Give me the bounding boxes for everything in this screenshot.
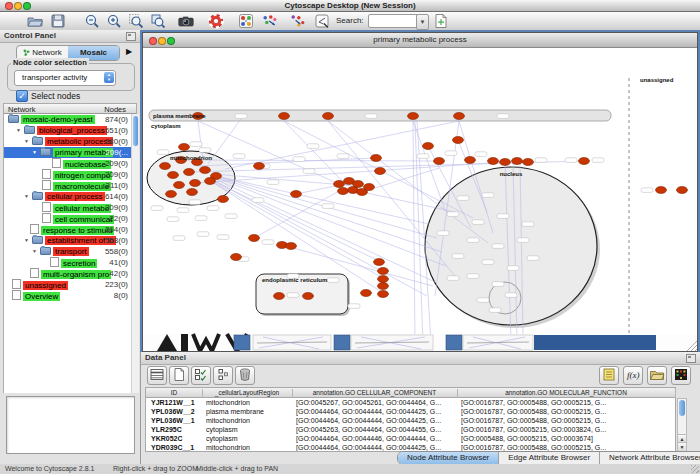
column-header[interactable]: annotation.GO MOLECULAR_FUNCTION: [457, 389, 676, 398]
table-row[interactable]: YPL036W__1mitochondrion[GO:0044464, GO:0…: [146, 416, 675, 425]
tab-node-attribute-browser[interactable]: Node Attribute Browser: [398, 452, 499, 464]
network-canvas[interactable]: plasma membranecytoplasmmitochondrionnuc…: [143, 48, 697, 351]
tree-col-network: Network: [8, 105, 36, 114]
tree-row-label: primary metabo: [53, 148, 113, 157]
table-scrollbar[interactable]: ▲ ▼: [677, 398, 687, 452]
disclosure-arrow-icon[interactable]: ▼: [24, 191, 32, 202]
tree-row[interactable]: secretion41(0): [4, 257, 136, 268]
unselect-attributes-button[interactable]: [213, 366, 233, 385]
zoom-in-button[interactable]: [106, 13, 122, 29]
status-bar: Welcome to Cytoscape 2.8.1 Right-click +…: [0, 464, 700, 474]
tree-row-count: 614(0): [105, 191, 128, 202]
column-header[interactable]: annotation.GO CELLULAR_COMPONENT: [292, 389, 458, 398]
tree-row-label: cellular process: [45, 192, 105, 201]
tree-scrollbar[interactable]: [131, 114, 139, 393]
disclosure-arrow-icon[interactable]: ▼: [32, 246, 40, 257]
tree-row[interactable]: ▼primary metabo209(...: [4, 147, 136, 158]
table-row[interactable]: YPL036W__2plasma membrane[GO:0044464, GO…: [146, 407, 675, 416]
new-attribute-button[interactable]: [169, 366, 189, 385]
table-row[interactable]: YJR121W__1mitochondrion[GO:0045267, GO:0…: [146, 398, 675, 407]
zoom-out-button[interactable]: [84, 13, 100, 29]
birdseye-view[interactable]: [6, 396, 135, 454]
save-session-button[interactable]: [50, 13, 66, 29]
tree-row[interactable]: response to stimulu264(0): [4, 224, 136, 235]
float-panel-icon[interactable]: [686, 354, 696, 363]
tree-row[interactable]: cell communicat22(0): [4, 213, 136, 224]
tree-row-count: 223(0): [105, 279, 128, 290]
file-icon: [42, 180, 51, 190]
tree-row[interactable]: Overview8(0): [4, 290, 136, 301]
delete-attribute-button[interactable]: [235, 366, 255, 385]
tab-network-attribute-browser[interactable]: Network Attribute Browser: [600, 452, 700, 464]
help-button[interactable]: [208, 13, 224, 29]
annotation-button[interactable]: [314, 13, 330, 29]
formula-builder-button[interactable]: f(x): [623, 366, 643, 385]
table-cell: [GO:0044464, GO:0044444, GO:0044425, G..…: [296, 416, 455, 425]
zoom-selected-button[interactable]: [128, 13, 144, 29]
tree-scrollbar-thumb[interactable]: [133, 116, 138, 146]
tree-row[interactable]: ▼cellular process614(0): [4, 191, 136, 202]
zoom-fit-button[interactable]: [150, 13, 166, 29]
dropdown-stepper-icon: ▲▼: [104, 72, 114, 83]
folder-icon: [8, 115, 19, 123]
snapshot-button[interactable]: [178, 13, 200, 29]
matrix-view-button[interactable]: [671, 366, 691, 385]
tree-row[interactable]: ▼establishment of lo558(0): [4, 235, 136, 246]
tab-overflow-icon[interactable]: ▶: [126, 47, 132, 56]
import-attributes-button[interactable]: [647, 366, 667, 385]
window-resize-grip[interactable]: [691, 465, 699, 473]
folder-icon: [40, 247, 51, 255]
disclosure-arrow-icon[interactable]: ▼: [24, 235, 32, 246]
network-window-titlebar[interactable]: primary metabolic process: [143, 33, 697, 48]
table-cell: [GO:0016787, GO:0005215, GO:0003824, G..…: [461, 425, 673, 434]
table-row[interactable]: YLR295Ccytoplasm[GO:0045263, GO:0044464,…: [146, 425, 675, 434]
table-cell: mitochondrion: [206, 416, 290, 425]
table-row[interactable]: YKR052Ccytoplasm[GO:0044464, GO:0044446,…: [146, 434, 675, 443]
vizmapper-button[interactable]: [238, 13, 254, 29]
tree-row[interactable]: cellular metabo209(0): [4, 202, 136, 213]
attribute-table-button[interactable]: [147, 366, 167, 385]
browser-tabs: Node Attribute BrowserEdge Attribute Bro…: [397, 451, 700, 465]
tree-row[interactable]: ▼transport558(0): [4, 246, 136, 257]
layout-regions-button[interactable]: [290, 13, 310, 29]
disclosure-arrow-icon[interactable]: ▼: [32, 147, 40, 158]
tree-row[interactable]: mosaic-demo-yeast874(0): [4, 114, 136, 125]
tree-row[interactable]: unassigned223(0): [4, 279, 136, 290]
disclosure-arrow-icon[interactable]: ▼: [24, 136, 32, 147]
scroll-down-icon[interactable]: ▼: [678, 442, 686, 451]
tree-row[interactable]: nitrogen compo209(0): [4, 169, 136, 180]
region-label: mitochondrion: [170, 155, 212, 161]
tree-row[interactable]: ▼biological_process651(0): [4, 125, 136, 136]
region-label: cytoplasm: [151, 123, 181, 129]
layout-nodes-button[interactable]: [262, 13, 282, 29]
tree-row-count: 280(0): [105, 136, 128, 147]
column-header[interactable]: _cellularLayoutRegion: [202, 389, 293, 398]
tree-row[interactable]: nucleobase-209(0): [4, 158, 136, 169]
tree-row[interactable]: multi-organism pro42(0): [4, 268, 136, 279]
table-header: ID_cellularLayoutRegionannotation.GO CEL…: [145, 387, 676, 398]
tree-row-count: 209(0): [105, 202, 128, 213]
tree-row[interactable]: macromolecule311(0): [4, 180, 136, 191]
tree-row-count: 41(0): [109, 257, 128, 268]
select-attributes-button[interactable]: [191, 366, 211, 385]
attribute-table[interactable]: YJR121W__1mitochondrion[GO:0045267, GO:0…: [145, 398, 676, 452]
tree-row-count: 264(0): [105, 224, 128, 235]
search-input[interactable]: [368, 14, 420, 28]
search-options-button[interactable]: ▼: [416, 14, 429, 30]
refresh-view-button[interactable]: [433, 13, 449, 29]
node-color-dropdown[interactable]: transporter activity ▲▼: [14, 70, 116, 86]
data-panel-title: Data Panel: [145, 353, 186, 362]
tree-row-count: 558(0): [105, 235, 128, 246]
file-icon: [42, 202, 51, 212]
notes-button[interactable]: [599, 366, 619, 385]
table-scrollbar-thumb[interactable]: [679, 400, 685, 416]
tab-edge-attribute-browser[interactable]: Edge Attribute Browser: [499, 452, 600, 464]
float-panel-icon[interactable]: [126, 32, 136, 41]
column-header[interactable]: ID: [146, 389, 203, 398]
select-nodes-checkbox[interactable]: ✓: [16, 90, 28, 102]
status-zoom-hint: Right-click + drag to ZOOM: [113, 465, 198, 472]
disclosure-arrow-icon[interactable]: ▼: [16, 125, 24, 136]
tree-row-count: 651(0): [105, 125, 128, 136]
tree-row[interactable]: ▼metabolic process280(0): [4, 136, 136, 147]
open-session-button[interactable]: [27, 13, 43, 29]
